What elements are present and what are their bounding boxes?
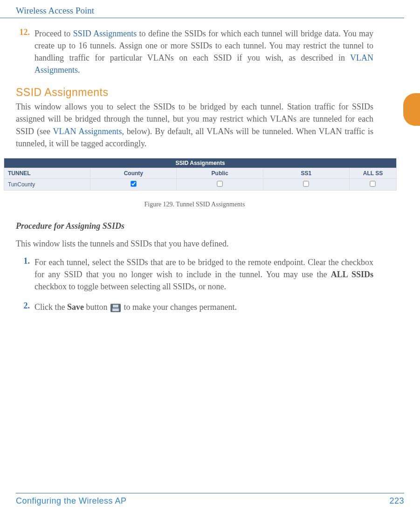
checkbox-ss1[interactable] [303,181,309,186]
step-number: 1. [16,256,34,293]
col-all-ss: ALL SS [349,168,396,178]
text: to make your changes permanent. [122,302,237,312]
procedure-heading: Procedure for Assigning SSIDs [16,221,373,231]
text: Proceed to [34,29,73,38]
figure-caption: Figure 129. Tunnel SSID Assignments [16,201,373,208]
cell-all-ss [349,178,396,190]
figure-titlebar: SSID Assignments [4,158,397,168]
checkbox-all-ss[interactable] [370,181,376,186]
save-icon [110,304,121,312]
checkbox-public[interactable] [217,181,222,186]
page-content: 12. Proceed to SSID Assignments to defin… [0,18,420,313]
text: Click the [34,302,67,312]
footer-section-title: Configuring the Wireless AP [16,496,127,506]
link-ssid-assignments[interactable]: SSID Assignments [73,29,137,38]
procedure-step-2: 2. Click the Save button to make your ch… [16,301,373,313]
text: checkbox to toggle between selecting all… [34,282,226,291]
text: . [78,65,80,75]
cell-public [177,178,263,190]
bold-save: Save [67,302,84,312]
step-text: Proceed to SSID Assignments to define th… [34,27,373,76]
cell-ss1 [263,178,349,190]
section-heading-ssid-assignments: SSID Assignments [16,86,373,99]
procedure-intro: This window lists the tunnels and SSIDs … [16,238,373,250]
running-header: Wireless Access Point [0,0,404,18]
text: button [84,302,110,312]
bold-all-ssids: ALL SSIDs [331,270,373,279]
procedure-step-1: 1. For each tunnel, select the SSIDs tha… [16,256,373,293]
col-ss1: SS1 [263,168,349,178]
step-12: 12. Proceed to SSID Assignments to defin… [16,27,373,76]
col-tunnel: TUNNEL [4,168,90,178]
page-tab-decoration [403,93,420,126]
section-paragraph: This window allows you to select the SSI… [16,101,373,149]
footer-page-number: 223 [389,496,404,506]
link-vlan-assignments[interactable]: VLAN Assignments [53,127,122,136]
table-row: TunCounty [4,178,397,190]
step-number: 2. [16,301,34,313]
ssid-assignments-table: TUNNEL County Public SS1 ALL SS TunCount… [4,168,397,191]
col-public: Public [177,168,263,178]
step-text: For each tunnel, select the SSIDs that a… [34,256,373,293]
figure-ssid-assignments: SSID Assignments TUNNEL County Public SS… [4,158,397,191]
table-header-row: TUNNEL County Public SS1 ALL SS [4,168,397,178]
checkbox-county[interactable] [131,181,136,186]
cell-county [90,178,177,190]
step-number: 12. [16,27,34,76]
col-county: County [90,168,177,178]
page-footer: Configuring the Wireless AP 223 [16,493,404,506]
step-text: Click the Save button to make your chang… [34,301,237,313]
cell-tunnel-name: TunCounty [4,178,90,190]
text: For each tunnel, select the SSIDs that a… [34,258,373,279]
